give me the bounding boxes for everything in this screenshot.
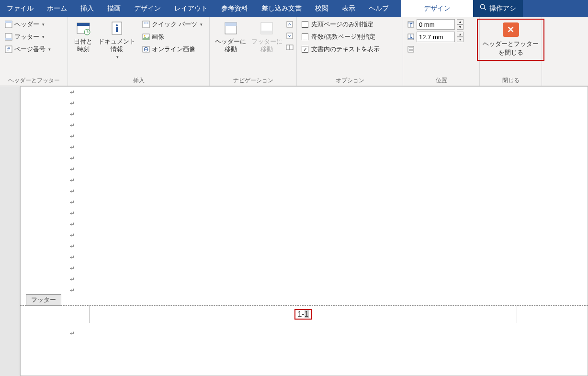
paragraph-marks-after: ↵ bbox=[70, 330, 75, 337]
tab-view[interactable]: 表示 bbox=[335, 0, 362, 17]
group-header-footer: ヘッダー フッター # ページ番号 ヘッダーとフッター bbox=[0, 17, 68, 86]
odd-even-different-checkbox[interactable]: 奇数/偶数ページ別指定 bbox=[300, 31, 382, 43]
svg-rect-5 bbox=[5, 38, 12, 40]
group-label-options: オプション bbox=[297, 77, 403, 85]
quick-parts-label: クイック パーツ bbox=[152, 20, 197, 29]
page-number-dropdown[interactable]: # ページ番号 bbox=[3, 44, 53, 55]
goto-header-label: ヘッダーに 移動 bbox=[215, 38, 246, 53]
tab-file[interactable]: ファイル bbox=[0, 0, 40, 17]
insert-alignment-tab-icon[interactable] bbox=[407, 45, 415, 53]
header-icon bbox=[5, 21, 12, 28]
goto-header-button[interactable]: ヘッダーに 移動 bbox=[213, 19, 249, 53]
goto-footer-label: フッターに 移動 bbox=[251, 38, 283, 53]
link-previous-icon[interactable] bbox=[286, 44, 294, 51]
spinner-buttons[interactable]: ▲▼ bbox=[457, 19, 464, 30]
footer-label: フッター bbox=[14, 33, 39, 41]
svg-line-1 bbox=[484, 8, 486, 10]
group-insert: 日付と 時刻 ドキュメント 情報 クイック パーツ 画像 オンライン画像 bbox=[68, 17, 210, 86]
group-close: ✕ ヘッダーとフッター を閉じる 閉じる bbox=[480, 17, 542, 86]
group-label-header-footer: ヘッダーとフッター bbox=[0, 77, 68, 85]
page-number-label: ページ番号 bbox=[14, 45, 45, 54]
search-icon bbox=[480, 0, 486, 17]
next-section-icon[interactable] bbox=[286, 32, 294, 40]
online-pictures-label: オンライン画像 bbox=[152, 45, 195, 54]
checkbox-icon bbox=[302, 21, 308, 28]
tab-design[interactable]: デザイン bbox=[127, 0, 168, 17]
tab-insert[interactable]: 挿入 bbox=[74, 0, 101, 17]
tab-draw[interactable]: 描画 bbox=[101, 0, 127, 17]
pictures-label: 画像 bbox=[152, 33, 164, 41]
page[interactable] bbox=[20, 86, 588, 376]
close-icon: ✕ bbox=[503, 22, 519, 37]
header-dropdown[interactable]: ヘッダー bbox=[3, 19, 53, 30]
odd-even-label: 奇数/偶数ページ別指定 bbox=[311, 33, 375, 41]
header-from-top-icon bbox=[407, 21, 415, 28]
goto-footer-button: フッターに 移動 bbox=[249, 19, 285, 53]
spinner-buttons[interactable]: ▲▼ bbox=[457, 32, 464, 42]
tell-me-label: 操作アシ bbox=[489, 0, 516, 17]
tab-mailings[interactable]: 差し込み文書 bbox=[255, 0, 308, 17]
svg-point-0 bbox=[480, 4, 485, 9]
online-pictures-button[interactable]: オンライン画像 bbox=[140, 44, 204, 55]
document-info-button[interactable]: ドキュメント 情報 bbox=[95, 19, 138, 59]
tab-references[interactable]: 参考資料 bbox=[215, 0, 255, 17]
first-page-different-checkbox[interactable]: 先頭ページのみ別指定 bbox=[300, 19, 382, 30]
group-position: ▲▼ ▲▼ 位置 bbox=[403, 17, 480, 86]
goto-footer-icon bbox=[259, 21, 274, 36]
checkbox-checked-icon: ✓ bbox=[302, 46, 308, 53]
document-area: ↵↵↵↵↵↵↵↵↵↵↵↵↵↵↵↵↵↵↵ フッター 1-1 ↵ bbox=[0, 86, 588, 376]
group-options: 先頭ページのみ別指定 奇数/偶数ページ別指定 ✓ 文書内のテキストを表示 オプシ… bbox=[297, 17, 403, 86]
document-info-label: ドキュメント 情報 bbox=[98, 38, 136, 53]
svg-rect-27 bbox=[261, 31, 272, 34]
group-label-insert: 挿入 bbox=[68, 77, 209, 85]
svg-rect-25 bbox=[225, 22, 237, 26]
group-label-navigation: ナビゲーション bbox=[210, 77, 296, 85]
tab-help[interactable]: ヘルプ bbox=[362, 0, 396, 17]
date-time-label: 日付と 時刻 bbox=[74, 38, 92, 53]
date-time-button[interactable]: 日付と 時刻 bbox=[71, 19, 95, 53]
footer-icon bbox=[5, 33, 12, 41]
tell-me-search[interactable]: 操作アシ bbox=[473, 0, 523, 17]
tab-layout[interactable]: レイアウト bbox=[168, 0, 215, 17]
header-from-top-input[interactable] bbox=[417, 19, 455, 30]
footer-from-bottom-input[interactable] bbox=[417, 32, 455, 42]
quick-parts-dropdown[interactable]: クイック パーツ bbox=[140, 19, 204, 30]
page-number-field[interactable]: 1-1 bbox=[294, 309, 311, 320]
first-page-label: 先頭ページのみ別指定 bbox=[311, 20, 373, 29]
pictures-button[interactable]: 画像 bbox=[140, 31, 204, 43]
footer-region-tag: フッター bbox=[26, 294, 61, 306]
svg-rect-28 bbox=[287, 22, 293, 27]
online-image-icon bbox=[142, 45, 150, 53]
svg-rect-29 bbox=[287, 33, 293, 39]
svg-rect-30 bbox=[286, 45, 290, 50]
show-document-text-checkbox[interactable]: ✓ 文書内のテキストを表示 bbox=[300, 44, 382, 55]
svg-text:#: # bbox=[7, 47, 10, 52]
svg-point-14 bbox=[116, 24, 118, 26]
svg-rect-18 bbox=[147, 22, 148, 24]
tab-home[interactable]: ホーム bbox=[40, 0, 74, 17]
quick-parts-icon bbox=[142, 21, 150, 28]
checkbox-icon bbox=[302, 33, 308, 40]
ribbon: ヘッダー フッター # ページ番号 ヘッダーとフッター 日付と 時刻 bbox=[0, 17, 588, 86]
page-number-icon: # bbox=[5, 45, 12, 53]
image-icon bbox=[142, 33, 150, 41]
footer-edit-region[interactable]: 1-1 bbox=[89, 306, 517, 323]
header-label: ヘッダー bbox=[14, 20, 39, 29]
svg-rect-15 bbox=[116, 27, 118, 32]
tab-review[interactable]: 校閲 bbox=[308, 0, 335, 17]
svg-point-20 bbox=[144, 35, 146, 37]
close-label: ヘッダーとフッター を閉じる bbox=[483, 40, 539, 57]
tab-strip: ファイル ホーム 挿入 描画 デザイン レイアウト 参考資料 差し込み文書 校閲… bbox=[0, 0, 588, 17]
calendar-icon bbox=[76, 21, 91, 36]
previous-section-icon[interactable] bbox=[286, 21, 294, 28]
goto-header-icon bbox=[223, 21, 238, 36]
close-header-footer-button[interactable]: ✕ ヘッダーとフッター を閉じる bbox=[477, 19, 544, 61]
footer-dropdown[interactable]: フッター bbox=[3, 31, 53, 43]
tab-header-footer-design[interactable]: デザイン bbox=[401, 0, 473, 17]
document-info-icon bbox=[109, 21, 124, 36]
group-label-close: 閉じる bbox=[480, 77, 542, 85]
show-text-label: 文書内のテキストを表示 bbox=[311, 45, 380, 54]
svg-rect-31 bbox=[290, 45, 293, 50]
svg-rect-17 bbox=[144, 22, 146, 24]
group-label-position: 位置 bbox=[403, 77, 479, 85]
